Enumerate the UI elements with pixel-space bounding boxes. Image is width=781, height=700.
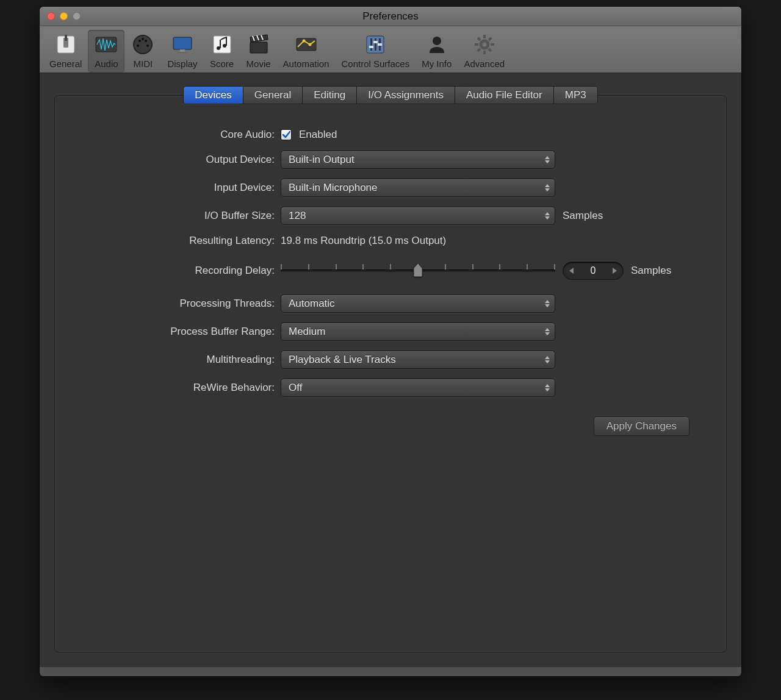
sub-tabs: Devices General Editing I/O Assignments … [55, 86, 726, 104]
recording-delay-slider[interactable] [281, 262, 555, 280]
toolbar-item-midi[interactable]: MIDI [124, 30, 161, 73]
toolbar-item-general[interactable]: General [43, 30, 88, 73]
toolbar-item-movie[interactable]: Movie [240, 30, 277, 73]
chevron-updown-icon [545, 328, 550, 335]
slider-thumb-icon[interactable] [413, 263, 423, 277]
svg-rect-12 [178, 52, 187, 53]
svg-rect-26 [369, 46, 373, 48]
chevron-updown-icon [545, 184, 550, 191]
toolbar-item-audio[interactable]: Audio [88, 30, 124, 73]
toolbar-item-my-info[interactable]: My Info [416, 30, 458, 73]
preferences-window: Preferences General Audio MIDI Display [39, 6, 742, 677]
apply-changes-button[interactable]: Apply Changes [594, 416, 689, 436]
svg-point-30 [481, 41, 488, 48]
svg-rect-15 [220, 40, 221, 48]
svg-rect-10 [173, 37, 192, 49]
svg-line-38 [478, 49, 480, 51]
titlebar[interactable]: Preferences [40, 7, 741, 26]
toolbar-item-display[interactable]: Display [161, 30, 203, 73]
chevron-updown-icon [545, 356, 550, 363]
process-buffer-range-label: Process Buffer Range: [92, 326, 281, 338]
svg-point-21 [308, 43, 311, 46]
tab-general[interactable]: General [243, 86, 303, 104]
rewire-label: ReWire Behavior: [92, 382, 281, 394]
chevron-updown-icon [545, 212, 550, 220]
processing-threads-select[interactable]: Automatic [281, 295, 555, 313]
resulting-latency-value: 19.8 ms Roundtrip (15.0 ms Output) [281, 235, 446, 247]
person-icon [425, 32, 449, 57]
display-icon [170, 32, 195, 57]
io-buffer-label: I/O Buffer Size: [92, 210, 281, 222]
svg-point-7 [139, 40, 141, 42]
recording-delay-label: Recording Delay: [92, 265, 281, 277]
recording-delay-stepper[interactable]: 0 [563, 262, 624, 280]
input-device-select[interactable]: Built-in Microphone [281, 179, 555, 197]
stepper-decrement-icon[interactable] [569, 268, 574, 274]
svg-point-8 [145, 40, 147, 42]
switch-icon [54, 32, 78, 57]
tab-editing[interactable]: Editing [303, 86, 357, 104]
score-icon [210, 32, 234, 57]
svg-point-5 [137, 45, 139, 47]
midi-icon [131, 32, 155, 57]
tab-io-assignments[interactable]: I/O Assignments [357, 86, 455, 104]
recording-delay-value: 0 [591, 265, 596, 276]
tab-devices[interactable]: Devices [183, 86, 243, 104]
svg-rect-2 [65, 35, 67, 41]
gear-icon [472, 32, 497, 57]
tab-audio-file-editor[interactable]: Audio File Editor [455, 86, 554, 104]
toolbar: General Audio MIDI Display Score [40, 26, 741, 73]
output-device-select[interactable]: Built-in Output [281, 151, 555, 169]
core-audio-checkbox[interactable] [281, 129, 292, 140]
processing-threads-label: Processing Threads: [92, 298, 281, 310]
clapper-icon [247, 32, 271, 57]
svg-line-37 [489, 38, 491, 40]
svg-rect-28 [378, 43, 382, 46]
svg-rect-11 [180, 49, 185, 52]
automation-icon [294, 32, 319, 57]
svg-point-20 [302, 40, 305, 43]
svg-rect-27 [373, 41, 378, 43]
toolbar-item-control-surfaces[interactable]: Control Surfaces [335, 30, 416, 73]
toolbar-item-advanced[interactable]: Advanced [458, 30, 511, 73]
multithreading-label: Multithreading: [92, 354, 281, 366]
rewire-select[interactable]: Off [281, 379, 555, 397]
recording-delay-suffix: Samples [631, 265, 671, 277]
toolbar-item-score[interactable]: Score [204, 30, 240, 73]
svg-rect-17 [226, 37, 227, 46]
svg-line-35 [478, 38, 480, 40]
waveform-icon [94, 32, 118, 57]
tab-mp3[interactable]: MP3 [554, 86, 598, 104]
window-title: Preferences [40, 10, 741, 23]
svg-rect-23 [370, 38, 372, 51]
faders-icon [363, 32, 387, 57]
svg-rect-18 [250, 42, 267, 53]
minimize-window-button[interactable] [60, 12, 68, 20]
svg-point-9 [142, 38, 144, 40]
chevron-updown-icon [545, 384, 550, 391]
io-buffer-suffix: Samples [563, 210, 603, 222]
process-buffer-range-select[interactable]: Medium [281, 323, 555, 341]
svg-point-6 [146, 45, 149, 47]
resulting-latency-label: Resulting Latency: [92, 235, 281, 247]
output-device-label: Output Device: [92, 154, 281, 166]
chevron-updown-icon [545, 300, 550, 307]
svg-line-36 [489, 49, 491, 51]
zoom-window-button[interactable] [73, 12, 81, 20]
settings-panel: Devices General Editing I/O Assignments … [54, 95, 727, 652]
svg-point-29 [433, 37, 441, 45]
chevron-updown-icon [545, 156, 550, 163]
multithreading-select[interactable]: Playback & Live Tracks [281, 351, 555, 369]
core-audio-checkbox-label: Enabled [299, 129, 337, 141]
close-window-button[interactable] [47, 12, 55, 20]
svg-rect-24 [375, 38, 376, 51]
toolbar-item-automation[interactable]: Automation [277, 30, 336, 73]
stepper-increment-icon[interactable] [613, 268, 617, 274]
io-buffer-select[interactable]: 128 [281, 207, 555, 225]
core-audio-label: Core Audio: [92, 129, 281, 141]
input-device-label: Input Device: [92, 182, 281, 194]
